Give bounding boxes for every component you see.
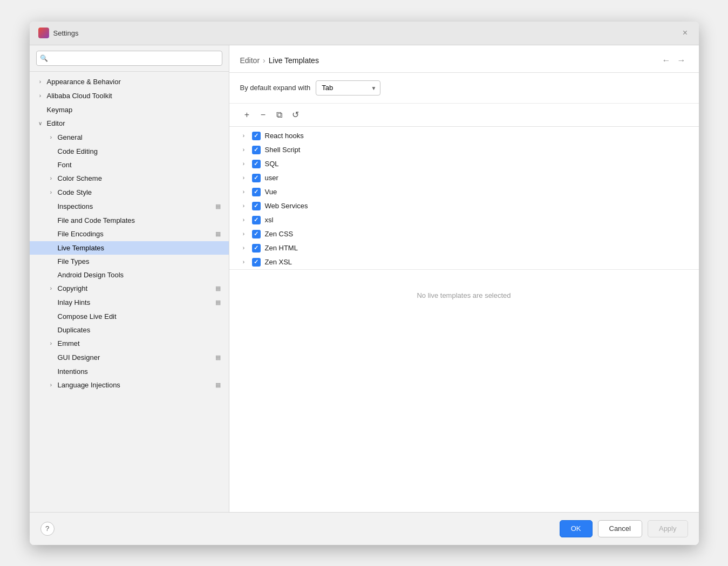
- chevron-icon: ›: [47, 133, 56, 142]
- sidebar-item-live-templates[interactable]: Live Templates: [30, 241, 229, 255]
- template-label: Zen XSL: [265, 258, 292, 266]
- checkbox-sql[interactable]: [252, 160, 261, 168]
- template-label: Web Services: [265, 202, 308, 210]
- search-wrapper: 🔍: [36, 51, 222, 66]
- list-item[interactable]: › Zen CSS: [229, 227, 699, 241]
- sidebar-item-language-injections[interactable]: › Language Injections ▦: [30, 378, 229, 392]
- list-item[interactable]: › React hooks: [229, 129, 699, 143]
- sidebar-item-gui-designer[interactable]: GUI Designer ▦: [30, 351, 229, 365]
- sidebar-item-android-design-tools[interactable]: Android Design Tools: [30, 268, 229, 282]
- checkbox-shell-script[interactable]: [252, 146, 261, 154]
- list-item[interactable]: › Web Services: [229, 199, 699, 213]
- search-bar: 🔍: [30, 45, 229, 72]
- sidebar-item-inspections[interactable]: Inspections ▦: [30, 200, 229, 214]
- sidebar-item-file-encodings[interactable]: File Encodings ▦: [30, 227, 229, 241]
- ok-button[interactable]: OK: [560, 520, 593, 537]
- breadcrumb-separator: ›: [263, 56, 266, 65]
- forward-button[interactable]: →: [675, 54, 688, 67]
- reset-button[interactable]: ↺: [289, 108, 303, 122]
- sidebar-item-appearance[interactable]: › Appearance & Behavior: [30, 75, 229, 89]
- checkbox-zen-xsl[interactable]: [252, 258, 261, 267]
- sidebar-item-label: File and Code Templates: [58, 216, 222, 224]
- sidebar-item-label: Copyright: [58, 284, 212, 292]
- checkbox-web-services[interactable]: [252, 202, 261, 210]
- sidebar-item-emmet[interactable]: › Emmet: [30, 337, 229, 351]
- sidebar-item-alibaba[interactable]: › Alibaba Cloud Toolkit: [30, 89, 229, 103]
- app-icon: [38, 28, 49, 38]
- right-panel: Editor › Live Templates ← → By default e…: [229, 45, 699, 512]
- chevron-icon: ›: [36, 78, 45, 86]
- sidebar-item-compose-live-edit[interactable]: Compose Live Edit: [30, 310, 229, 323]
- sidebar-item-inlay-hints[interactable]: Inlay Hints ▦: [30, 296, 229, 310]
- action-buttons: OK Cancel Apply: [560, 520, 688, 537]
- sidebar-item-color-scheme[interactable]: › Color Scheme: [30, 172, 229, 186]
- expand-dropdown[interactable]: Tab Enter Space: [316, 80, 380, 96]
- list-item[interactable]: › Zen XSL: [229, 255, 699, 269]
- panel-header: Editor › Live Templates ← →: [229, 45, 699, 73]
- grid-icon: ▦: [214, 353, 222, 362]
- sidebar-item-editor[interactable]: ∨ Editor: [30, 117, 229, 131]
- sidebar-item-label: Alibaba Cloud Toolkit: [47, 92, 222, 100]
- chevron-icon: ›: [240, 174, 248, 182]
- checkbox-zen-html[interactable]: [252, 244, 261, 253]
- back-button[interactable]: ←: [660, 54, 673, 67]
- sidebar-item-duplicates[interactable]: Duplicates: [30, 323, 229, 337]
- chevron-down-icon: ∨: [36, 119, 45, 128]
- templates-list: › React hooks › Shell Script › SQL ›: [229, 127, 699, 512]
- grid-icon: ▦: [214, 381, 222, 390]
- sidebar-item-label: Code Style: [58, 188, 222, 196]
- chevron-icon: ›: [240, 244, 248, 252]
- sidebar-item-keymap[interactable]: Keymap: [30, 103, 229, 117]
- checkbox-user[interactable]: [252, 174, 261, 182]
- list-item[interactable]: › user: [229, 171, 699, 185]
- chevron-icon: ›: [47, 339, 56, 348]
- sidebar-item-code-style[interactable]: › Code Style: [30, 186, 229, 200]
- checkbox-react-hooks[interactable]: [252, 132, 261, 140]
- close-button[interactable]: ×: [681, 28, 690, 38]
- sidebar-item-label: Intentions: [58, 367, 222, 376]
- sidebar-item-label: General: [58, 133, 222, 141]
- search-icon: 🔍: [40, 54, 48, 62]
- grid-icon: ▦: [214, 202, 222, 211]
- sidebar-item-label: Editor: [47, 119, 222, 127]
- list-item[interactable]: › xsl: [229, 213, 699, 227]
- remove-button[interactable]: −: [256, 108, 270, 122]
- sidebar-item-file-types[interactable]: File Types: [30, 255, 229, 268]
- sidebar-item-label: Android Design Tools: [58, 271, 222, 279]
- title-bar: Settings ×: [30, 22, 699, 45]
- sidebar-item-label: Live Templates: [58, 244, 222, 252]
- copy-button[interactable]: ⧉: [273, 108, 287, 122]
- search-input[interactable]: [36, 51, 222, 66]
- sidebar-item-file-code-templates[interactable]: File and Code Templates: [30, 214, 229, 227]
- sidebar-item-code-editing[interactable]: Code Editing: [30, 145, 229, 158]
- chevron-icon: ›: [240, 132, 248, 140]
- list-item[interactable]: › Vue: [229, 185, 699, 199]
- list-item[interactable]: › Shell Script: [229, 143, 699, 157]
- checkbox-vue[interactable]: [252, 188, 261, 196]
- chevron-icon: ›: [240, 202, 248, 210]
- sidebar-nav: › Appearance & Behavior › Alibaba Cloud …: [30, 72, 229, 512]
- template-label: Zen CSS: [265, 230, 294, 238]
- help-button[interactable]: ?: [40, 522, 55, 536]
- chevron-icon: ›: [240, 146, 248, 154]
- sidebar-item-copyright[interactable]: › Copyright ▦: [30, 282, 229, 296]
- breadcrumb-current: Live Templates: [269, 56, 319, 65]
- sidebar-item-general[interactable]: › General: [30, 131, 229, 145]
- list-item[interactable]: › SQL: [229, 157, 699, 171]
- sidebar-item-font[interactable]: Font: [30, 158, 229, 172]
- checkbox-zen-css[interactable]: [252, 230, 261, 238]
- apply-button[interactable]: Apply: [648, 520, 688, 537]
- dialog-title: Settings: [53, 29, 79, 37]
- list-item[interactable]: › Zen HTML: [229, 241, 699, 255]
- main-content: 🔍 › Appearance & Behavior › Alibaba Clou…: [30, 45, 699, 512]
- cancel-button[interactable]: Cancel: [598, 520, 642, 537]
- add-button[interactable]: +: [240, 108, 254, 122]
- chevron-icon: ›: [47, 188, 56, 197]
- sidebar-item-intentions[interactable]: Intentions: [30, 365, 229, 378]
- chevron-icon: ›: [240, 188, 248, 196]
- sidebar-item-label: GUI Designer: [58, 353, 212, 362]
- checkbox-xsl[interactable]: [252, 216, 261, 224]
- chevron-icon: ›: [240, 258, 248, 266]
- sidebar-item-label: Keymap: [47, 106, 222, 114]
- sidebar-item-label: Emmet: [58, 339, 222, 347]
